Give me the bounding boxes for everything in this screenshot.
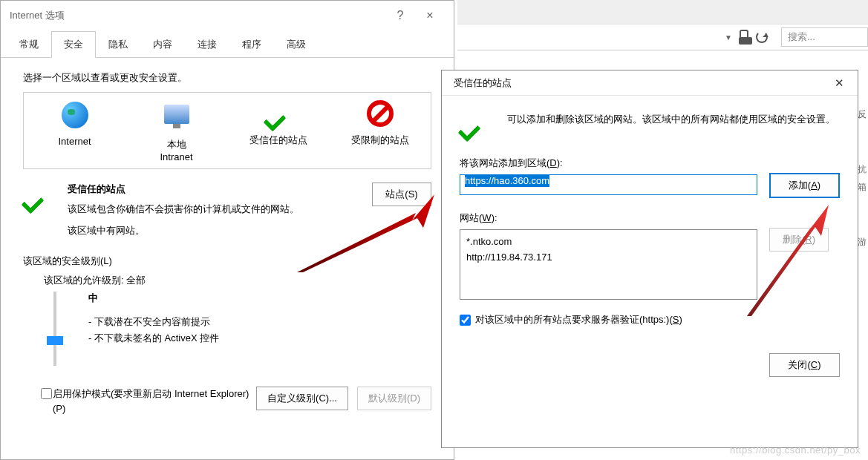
add-site-input[interactable]: https://hao.360.com [460,174,757,195]
zone-selector: Internet 本地 Intranet 受信任的站点 受限制的站点 [23,92,431,169]
zone-internet[interactable]: Internet [24,100,125,164]
dialog-title: 受信任的站点 [454,76,828,90]
slider-thumb[interactable] [47,336,63,345]
require-https-checkbox[interactable] [460,315,471,326]
default-level-button: 默认级别(D) [357,387,431,410]
check-icon [265,100,292,127]
tab-general[interactable]: 常规 [7,31,51,58]
server-icon [164,105,189,124]
zone-local-intranet[interactable]: 本地 Intranet [125,100,227,164]
slider-desc: - 下载潜在不安全内容前提示 [88,315,219,329]
intro-text: 可以添加和删除该区域的网站。该区域中的所有网站都使用区域的安全设置。 [497,111,840,137]
internet-options-dialog: Internet 选项 ? × 常规 安全 隐私 内容 连接 程序 高级 选择一… [0,0,454,460]
watermark: https://blog.csdn.net/py_box [730,444,861,456]
tab-content[interactable]: 内容 [140,31,185,58]
slider-track [53,292,56,366]
list-item[interactable]: *.ntko.com [466,234,751,250]
slider-desc: - 不下载未签名的 ActiveX 控件 [88,332,219,345]
refresh-icon[interactable] [756,31,768,43]
background-strip [457,0,868,24]
close-button[interactable]: ✕ [828,76,850,90]
check-icon [23,183,60,209]
zone-trusted-sites[interactable]: 受信任的站点 [227,100,329,164]
zone-label: 受限制的站点 [329,134,431,147]
zone-label: Internet [24,136,125,148]
protect-mode-label: 启用保护模式(要求重新启动 Internet Explorer)(P) [53,387,256,415]
zone-restricted-sites[interactable]: 受限制的站点 [329,100,431,164]
tab-security[interactable]: 安全 [51,31,96,58]
require-https-label: 对该区域中的所有站点要求服务器验证(https:)(S) [475,313,682,326]
tab-advanced[interactable]: 高级 [274,31,319,58]
tab-privacy[interactable]: 隐私 [96,31,140,58]
sites-list-label: 网站(W): [460,211,757,225]
protect-mode-checkbox[interactable] [41,388,52,399]
zone-label: 受信任的站点 [227,134,329,147]
forbidden-icon [367,100,394,127]
close-dialog-button[interactable]: 关闭(C) [769,353,840,377]
search-placeholder: 搜索... [788,30,815,44]
add-site-value: https://hao.360.com [465,174,549,187]
dialog-titlebar: 受信任的站点 ✕ [442,70,858,96]
security-level-label: 该区域的安全级别(L) [23,254,431,268]
allow-level-label: 该区域的允许级别: 全部 [44,274,431,287]
sites-button[interactable]: 站点(S) [372,183,431,206]
list-item[interactable]: http://119.84.73.171 [466,250,751,266]
trusted-desc: 该区域包含你确信不会损害你的计算机或文件的网站。 [68,202,342,217]
trusted-desc: 该区域中有网站。 [68,223,342,239]
add-site-label: 将该网站添加到区域(D): [460,157,757,170]
browser-toolbar: ▼ 搜索... [457,24,868,50]
lock-icon[interactable] [740,30,748,40]
search-input[interactable]: 搜索... [781,27,868,47]
security-slider[interactable] [44,292,66,373]
trusted-sites-dialog: 受信任的站点 ✕ 可以添加和删除该区域的网站。该区域中的所有网站都使用区域的安全… [441,70,858,448]
tab-connections[interactable]: 连接 [185,31,229,58]
trusted-heading: 受信任的站点 [68,183,342,196]
close-button[interactable]: × [415,1,445,30]
tab-programs[interactable]: 程序 [229,31,274,58]
slider-level: 中 [88,292,219,305]
globe-icon [62,102,88,128]
dialog-titlebar: Internet 选项 ? × [1,1,454,30]
sites-listbox[interactable]: *.ntko.com http://119.84.73.171 [460,229,757,300]
check-icon [460,111,497,137]
select-zone-label: 选择一个区域以查看或更改安全设置。 [23,71,431,85]
zone-label: 本地 Intranet [125,139,227,164]
add-button[interactable]: 添加(A) [769,173,840,198]
dropdown-icon[interactable]: ▼ [725,33,732,42]
custom-level-button[interactable]: 自定义级别(C)... [256,387,348,410]
remove-button: 删除(R) [769,228,829,252]
help-button[interactable]: ? [385,1,415,30]
tab-strip: 常规 安全 隐私 内容 连接 程序 高级 [1,30,454,58]
dialog-title: Internet 选项 [10,1,385,30]
